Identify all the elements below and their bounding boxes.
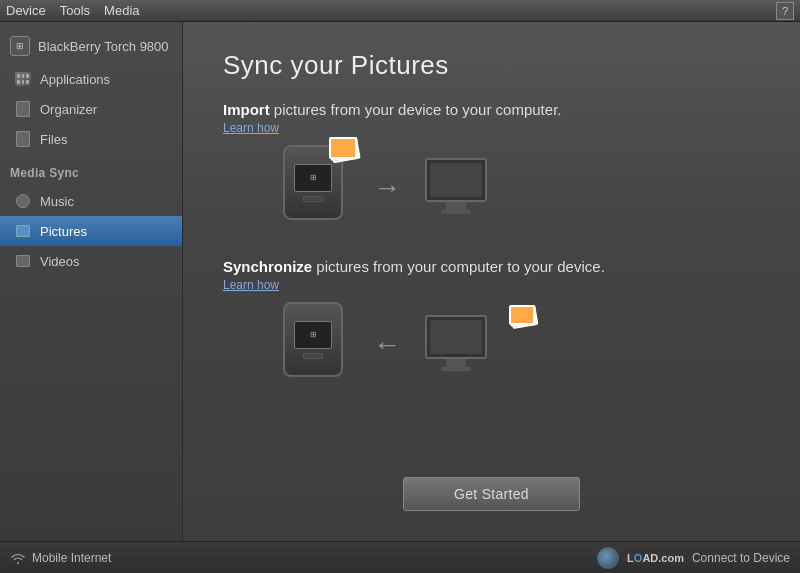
organizer-icon	[14, 100, 32, 118]
import-learn-how[interactable]: Learn how	[223, 121, 760, 135]
sync-target-device: ⊞	[283, 302, 353, 387]
sync-source-monitor	[421, 315, 501, 375]
menu-media[interactable]: Media	[104, 3, 139, 18]
sync-bold: Synchronize	[223, 258, 312, 275]
sidebar-label-videos: Videos	[40, 254, 80, 269]
device-name: BlackBerry Torch 9800	[38, 39, 169, 54]
sync-section: Synchronize pictures from your computer …	[223, 258, 760, 397]
sync-photo-3	[509, 305, 535, 325]
sync-monitor-inner	[430, 320, 482, 354]
sync-monitor	[421, 315, 491, 375]
sidebar-item-files[interactable]: Files	[0, 124, 182, 154]
sidebar-label-files: Files	[40, 132, 67, 147]
menu-bar: Device Tools Media	[6, 3, 140, 18]
wifi-icon	[10, 552, 26, 564]
music-icon	[14, 192, 32, 210]
sidebar-item-applications[interactable]: Applications	[0, 64, 182, 94]
sync-rest: pictures from your computer to your devi…	[312, 258, 605, 275]
sync-illustration: ⊞ ←	[283, 302, 760, 387]
import-section: Import pictures from your device to your…	[223, 101, 760, 240]
bottom-bar: Mobile Internet LOAD.com Connect to Devi…	[0, 541, 800, 573]
photo-card-3	[329, 137, 357, 159]
load-logo: LOAD.com	[627, 552, 684, 564]
sync-title: Synchronize pictures from your computer …	[223, 258, 760, 275]
sync-arrow: ←	[373, 329, 401, 361]
import-arrow: →	[373, 172, 401, 204]
applications-icon	[14, 70, 32, 88]
sync-phone-logo: ⊞	[310, 330, 317, 339]
sidebar-device[interactable]: ⊞ BlackBerry Torch 9800	[0, 30, 182, 62]
sidebar-label-organizer: Organizer	[40, 102, 97, 117]
import-rest: pictures from your device to your comput…	[270, 101, 562, 118]
sync-phone-screen: ⊞	[294, 321, 332, 349]
phone-bb-logo: ⊞	[310, 173, 317, 182]
media-sync-label: Media Sync	[0, 156, 182, 184]
target-monitor	[421, 158, 491, 218]
sync-monitor-base	[441, 367, 471, 371]
sidebar-media-items: Music Pictures Videos	[0, 184, 182, 278]
connect-to-device-label[interactable]: Connect to Device	[692, 551, 790, 565]
sidebar-item-videos[interactable]: Videos	[0, 246, 182, 276]
photo-stack	[329, 137, 361, 165]
sidebar-nav-items: Applications Organizer Files	[0, 62, 182, 156]
sidebar-label-music: Music	[40, 194, 74, 209]
menu-device[interactable]: Device	[6, 3, 46, 18]
phone-screen: ⊞	[294, 164, 332, 192]
sync-monitor-screen	[425, 315, 487, 359]
get-started-button[interactable]: Get Started	[403, 477, 580, 511]
monitor-base	[441, 210, 471, 214]
import-bold: Import	[223, 101, 270, 118]
monitor-screen	[425, 158, 487, 202]
import-illustration: ⊞ →	[283, 145, 760, 230]
monitor-screen-inner	[430, 163, 482, 197]
menu-tools[interactable]: Tools	[60, 3, 90, 18]
sidebar-label-applications: Applications	[40, 72, 110, 87]
sidebar-item-organizer[interactable]: Organizer	[0, 94, 182, 124]
main-layout: ⊞ BlackBerry Torch 9800 Applications Org…	[0, 22, 800, 541]
bottom-left-label: Mobile Internet	[32, 551, 111, 565]
sync-monitor-stand	[446, 359, 466, 367]
sync-learn-how[interactable]: Learn how	[223, 278, 760, 292]
globe-icon	[597, 547, 619, 569]
bottom-right: LOAD.com Connect to Device	[597, 547, 790, 569]
content-area: Sync your Pictures Import pictures from …	[183, 22, 800, 541]
videos-icon	[14, 252, 32, 270]
bottom-left: Mobile Internet	[10, 551, 111, 565]
sidebar-label-pictures: Pictures	[40, 224, 87, 239]
sidebar-item-pictures[interactable]: Pictures	[0, 216, 182, 246]
help-button[interactable]: ?	[776, 2, 794, 20]
phone-button	[303, 196, 323, 202]
sync-phone-button	[303, 353, 323, 359]
sidebar-item-music[interactable]: Music	[0, 186, 182, 216]
import-title: Import pictures from your device to your…	[223, 101, 760, 118]
monitor-stand	[446, 202, 466, 210]
blackberry-icon: ⊞	[10, 36, 30, 56]
source-device: ⊞	[283, 145, 353, 230]
files-icon	[14, 130, 32, 148]
pictures-icon	[14, 222, 32, 240]
page-title: Sync your Pictures	[223, 50, 760, 81]
sync-phone: ⊞	[283, 302, 343, 377]
title-bar: Device Tools Media ?	[0, 0, 800, 22]
sidebar: ⊞ BlackBerry Torch 9800 Applications Org…	[0, 22, 183, 541]
get-started-container: Get Started	[223, 477, 760, 521]
